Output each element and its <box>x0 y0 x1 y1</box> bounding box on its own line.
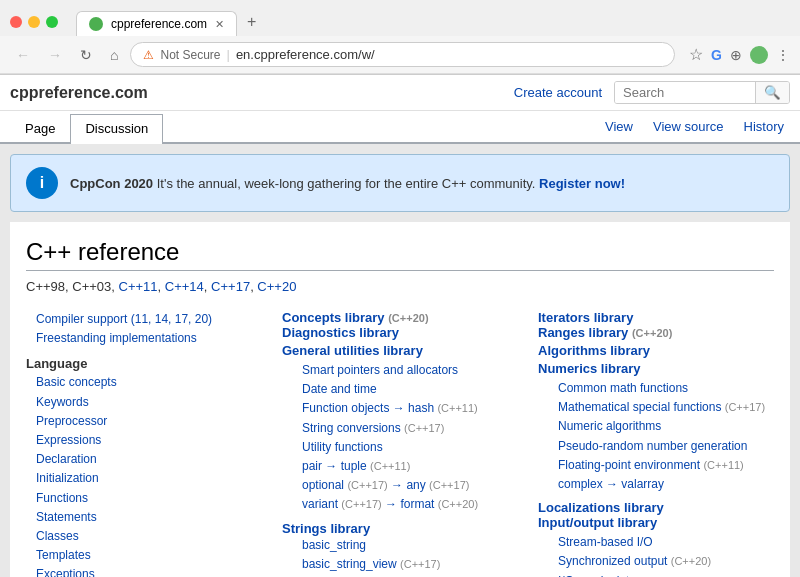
strings-header: Strings library <box>282 521 518 536</box>
middle-column: Concepts library (C++20) Diagnostics lib… <box>282 310 518 577</box>
initialization-link[interactable]: Initialization <box>36 471 99 485</box>
io-header: Input/output library <box>538 515 774 530</box>
algorithms-header: Algorithms library <box>538 343 774 358</box>
new-tab-button[interactable]: + <box>237 8 266 36</box>
view-source-tab[interactable]: View source <box>647 117 730 136</box>
numeric-algo-link[interactable]: Numeric algorithms <box>558 419 661 433</box>
nav-bar: ← → ↻ ⌂ ⚠ Not Secure | en.cppreference.c… <box>0 36 800 74</box>
search-box: 🔍 <box>614 81 790 104</box>
page-tab-left: Page Discussion <box>10 114 163 142</box>
declaration-link[interactable]: Declaration <box>36 452 97 466</box>
compiler-support-link: Compiler support (11, 14, 17, 20) <box>36 310 262 329</box>
maximize-button[interactable] <box>46 16 58 28</box>
url-text: en.cppreference.com/w/ <box>236 47 662 62</box>
menu-icon[interactable]: ⋮ <box>776 47 790 63</box>
templates-link[interactable]: Templates <box>36 548 91 562</box>
basic-string-link[interactable]: basic_string <box>302 538 366 552</box>
utility-funcs-link[interactable]: Utility functions <box>302 440 383 454</box>
page-subtitle: C++98, C++03, C++11, C++14, C++17, C++20 <box>26 279 774 294</box>
minimize-button[interactable] <box>28 16 40 28</box>
sync-output-link[interactable]: Synchronized output (C++20) <box>558 554 711 568</box>
search-input[interactable] <box>615 82 755 103</box>
banner-link[interactable]: Register now! <box>539 176 625 191</box>
back-button[interactable]: ← <box>10 45 36 65</box>
algorithms-link[interactable]: Algorithms library <box>538 343 650 358</box>
refresh-button[interactable]: ↻ <box>74 45 98 65</box>
history-tab[interactable]: History <box>738 117 790 136</box>
page-tabs: Page Discussion View View source History <box>0 111 800 144</box>
reference-grid: Compiler support (11, 14, 17, 20) Freest… <box>26 310 774 577</box>
string-conv-link[interactable]: String conversions (C++17) <box>302 421 444 435</box>
iterators-link[interactable]: Iterators library <box>538 310 633 325</box>
ranges-link[interactable]: Ranges library (C++20) <box>538 325 672 340</box>
tab-discussion[interactable]: Discussion <box>70 114 163 144</box>
page-title: C++ reference <box>26 238 774 271</box>
title-bar: cppreference.com ✕ + <box>0 0 800 36</box>
banner-body: It's the annual, week-long gathering for… <box>157 176 536 191</box>
tab-page[interactable]: Page <box>10 114 70 142</box>
not-secure-label: Not Secure <box>160 48 220 62</box>
tab-bar: cppreference.com ✕ + <box>76 8 790 36</box>
cpp11-link[interactable]: C++11 <box>119 279 158 294</box>
expressions-link[interactable]: Expressions <box>36 433 101 447</box>
freestanding[interactable]: Freestanding implementations <box>36 331 197 345</box>
io-manip-link[interactable]: I/O manipulators <box>558 574 646 578</box>
cpp14-link[interactable]: C++14 <box>165 279 204 294</box>
extension-icon[interactable]: ⊕ <box>730 47 742 63</box>
string-view-link[interactable]: basic_string_view (C++17) <box>302 557 440 571</box>
pseudo-random-link[interactable]: Pseudo-random number generation <box>558 439 747 453</box>
close-button[interactable] <box>10 16 22 28</box>
left-column: Compiler support (11, 14, 17, 20) Freest… <box>26 310 262 577</box>
cpp17-link[interactable]: C++17 <box>211 279 250 294</box>
math-special-link[interactable]: Mathematical special functions (C++17) <box>558 400 765 414</box>
search-button[interactable]: 🔍 <box>755 82 789 103</box>
nav-icons: ☆ G ⊕ ⋮ <box>689 45 790 64</box>
variant-format-link[interactable]: variant (C++17) → format (C++20) <box>302 497 478 511</box>
smart-ptrs-link[interactable]: Smart pointers and allocators <box>302 363 458 377</box>
pair-tuple-link[interactable]: pair → tuple (C++11) <box>302 459 410 473</box>
statements-link[interactable]: Statements <box>36 510 97 524</box>
optional-any-link[interactable]: optional (C++17) → any (C++17) <box>302 478 469 492</box>
fp-env-link[interactable]: Floating-point environment (C++11) <box>558 458 744 472</box>
basic-concepts-link[interactable]: Basic concepts <box>36 375 117 389</box>
localizations-link[interactable]: Localizations library <box>538 500 664 515</box>
tab-close-button[interactable]: ✕ <box>215 18 224 31</box>
wiki-logo[interactable]: cppreference.com <box>10 84 148 102</box>
banner-title: CppCon 2020 <box>70 176 153 191</box>
func-objects-link[interactable]: Function objects → hash (C++11) <box>302 401 478 415</box>
compiler-support[interactable]: Compiler support (11, 14, 17, 20) <box>36 312 212 326</box>
complex-valarray-link[interactable]: complex → valarray <box>558 477 664 491</box>
freestanding-link: Freestanding implementations <box>36 329 262 348</box>
tab-title: cppreference.com <box>111 17 207 31</box>
io-link[interactable]: Input/output library <box>538 515 657 530</box>
google-icon[interactable]: G <box>711 47 722 63</box>
home-button[interactable]: ⌂ <box>104 45 124 65</box>
cpp20-link[interactable]: C++20 <box>257 279 296 294</box>
create-account-link[interactable]: Create account <box>514 85 602 100</box>
date-time-link[interactable]: Date and time <box>302 382 377 396</box>
language-header: Language <box>26 356 262 371</box>
forward-button[interactable]: → <box>42 45 68 65</box>
general-utils-link[interactable]: General utilities library <box>282 343 423 358</box>
active-tab[interactable]: cppreference.com ✕ <box>76 11 237 36</box>
keywords-link[interactable]: Keywords <box>36 395 89 409</box>
profile-icon[interactable] <box>750 46 768 64</box>
concepts-link[interactable]: Concepts library (C++20) <box>282 310 429 325</box>
view-tab[interactable]: View <box>599 117 639 136</box>
traffic-lights <box>10 16 58 28</box>
bookmark-icon[interactable]: ☆ <box>689 45 703 64</box>
diagnostics-header: Diagnostics library <box>282 325 518 340</box>
classes-link[interactable]: Classes <box>36 529 79 543</box>
stream-io-link[interactable]: Stream-based I/O <box>558 535 653 549</box>
info-banner: i CppCon 2020 It's the annual, week-long… <box>10 154 790 212</box>
page-tab-right: View View source History <box>599 111 790 142</box>
common-math-link[interactable]: Common math functions <box>558 381 688 395</box>
exceptions-link[interactable]: Exceptions <box>36 567 95 577</box>
strings-link[interactable]: Strings library <box>282 521 370 536</box>
numerics-link[interactable]: Numerics library <box>538 361 641 376</box>
functions-link[interactable]: Functions <box>36 491 88 505</box>
diagnostics-link[interactable]: Diagnostics library <box>282 325 399 340</box>
address-bar[interactable]: ⚠ Not Secure | en.cppreference.com/w/ <box>130 42 675 67</box>
preprocessor-link[interactable]: Preprocessor <box>36 414 107 428</box>
localizations-header: Localizations library <box>538 500 774 515</box>
